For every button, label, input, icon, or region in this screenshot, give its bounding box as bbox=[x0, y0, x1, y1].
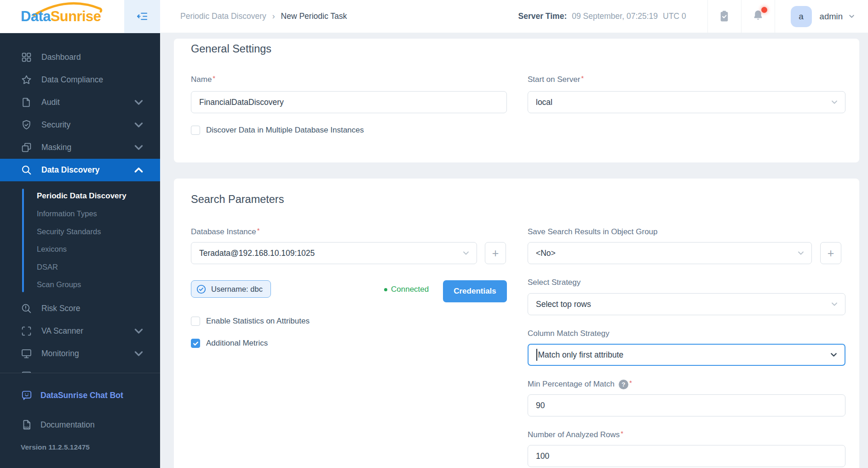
name-label: Name bbox=[191, 75, 215, 85]
discover-multiple-checkbox-row[interactable]: Discover Data in Multiple Database Insta… bbox=[191, 126, 364, 135]
sidebar-item-label: Audit bbox=[41, 98, 133, 107]
chevron-down-icon bbox=[830, 98, 839, 107]
main-content: General Settings Name Discover Data in M… bbox=[160, 33, 868, 468]
discover-multiple-checkbox[interactable] bbox=[191, 126, 200, 135]
sidebar-item-dashboard[interactable]: Dashboard bbox=[0, 46, 160, 69]
check-icon bbox=[193, 341, 199, 347]
general-settings-card: General Settings Name Discover Data in M… bbox=[174, 39, 859, 162]
additional-metrics-label: Additional Metrics bbox=[206, 339, 268, 348]
monitoring-icon bbox=[21, 348, 32, 359]
logo[interactable]: DataSunrise bbox=[0, 0, 124, 33]
server-time-zone: UTC 0 bbox=[663, 12, 686, 21]
required-marker bbox=[581, 74, 584, 82]
documentation-label: Documentation bbox=[40, 420, 95, 430]
chevron-down-icon bbox=[133, 325, 144, 337]
submenu-item-dsar[interactable]: DSAR bbox=[0, 258, 160, 276]
username-chip-label: Username: dbc bbox=[211, 285, 263, 294]
user-name[interactable]: admin bbox=[820, 12, 843, 22]
menu-fold-icon bbox=[136, 10, 149, 23]
analyzed-rows-input[interactable] bbox=[528, 445, 845, 467]
general-settings-title: General Settings bbox=[191, 43, 271, 55]
chevron-down-icon bbox=[848, 13, 855, 20]
sidebar-item-reporting[interactable]: Reporting bbox=[0, 365, 160, 373]
shield-check-icon bbox=[21, 119, 32, 131]
sidebar-item-data-discovery[interactable]: Data Discovery bbox=[0, 159, 160, 181]
select-strategy-select[interactable]: Select top rows bbox=[528, 293, 845, 315]
search-parameters-title: Search Parameters bbox=[191, 193, 284, 206]
masking-icon bbox=[21, 142, 32, 153]
text-caret bbox=[536, 349, 537, 361]
start-on-server-label: Start on Server bbox=[528, 75, 584, 85]
chevron-up-icon bbox=[133, 164, 144, 176]
tasks-button[interactable] bbox=[708, 0, 741, 33]
required-marker bbox=[629, 379, 632, 387]
search-icon bbox=[21, 164, 32, 176]
plus-icon: + bbox=[828, 247, 834, 260]
user-menu-chevron[interactable] bbox=[848, 13, 855, 20]
documentation-link[interactable]: DOC Documentation bbox=[21, 416, 160, 434]
submenu-item-scan-groups[interactable]: Scan Groups bbox=[0, 276, 160, 294]
chevron-down-icon bbox=[461, 248, 471, 258]
credentials-button[interactable]: Credentials bbox=[443, 280, 507, 302]
collapse-sidebar-button[interactable] bbox=[124, 0, 160, 33]
sidebar-item-label: Dashboard bbox=[41, 52, 144, 62]
database-instance-label: Database Instance bbox=[191, 227, 260, 237]
chevron-down-icon bbox=[133, 119, 144, 131]
required-marker bbox=[213, 74, 215, 82]
chevron-down-icon bbox=[796, 248, 805, 258]
min-percentage-label: Min Percentage of Match ? bbox=[528, 379, 632, 389]
additional-metrics-checkbox-row[interactable]: Additional Metrics bbox=[191, 339, 268, 348]
discover-multiple-label: Discover Data in Multiple Database Insta… bbox=[206, 126, 364, 135]
save-results-label: Save Search Results in Object Group bbox=[528, 227, 658, 237]
add-object-group-button[interactable]: + bbox=[820, 242, 841, 264]
avatar[interactable]: a bbox=[791, 6, 812, 27]
sidebar-item-risk-score[interactable]: Risk Score bbox=[0, 297, 160, 320]
notifications-button[interactable] bbox=[742, 0, 775, 33]
sidebar-item-data-compliance[interactable]: Data Compliance bbox=[0, 69, 160, 91]
sidebar-footer: DataSunrise Chat Bot DOC Documentation V… bbox=[0, 373, 160, 468]
notification-badge bbox=[761, 7, 767, 13]
help-icon[interactable]: ? bbox=[619, 380, 628, 389]
username-chip[interactable]: Username: dbc bbox=[191, 280, 271, 298]
status-dot bbox=[384, 288, 387, 291]
sidebar-menu: Dashboard Data Compliance Audit Security… bbox=[0, 33, 160, 373]
version-label: Version 11.2.5.12475 bbox=[21, 443, 160, 451]
header-divider bbox=[775, 0, 775, 33]
start-on-server-select[interactable]: local bbox=[528, 91, 845, 113]
chat-bot-link[interactable]: DataSunrise Chat Bot bbox=[21, 386, 160, 404]
save-results-select[interactable]: <No> bbox=[528, 242, 812, 264]
chevron-down-icon bbox=[830, 300, 839, 309]
sidebar-item-va-scanner[interactable]: VA Scanner bbox=[0, 320, 160, 342]
min-percentage-input[interactable] bbox=[528, 394, 845, 416]
column-match-select[interactable]: Match only first attribute bbox=[528, 344, 845, 366]
dashboard-icon bbox=[21, 52, 32, 63]
header-right: Server Time: 09 September, 07:25:19 UTC … bbox=[518, 0, 868, 33]
submenu-item-lexicons[interactable]: Lexicons bbox=[0, 241, 160, 259]
sidebar-item-masking[interactable]: Masking bbox=[0, 136, 160, 159]
header: DataSunrise Periodic Data Discovery › Ne… bbox=[0, 0, 868, 33]
chevron-down-icon bbox=[829, 350, 839, 360]
add-database-instance-button[interactable]: + bbox=[485, 242, 506, 264]
database-instance-select[interactable]: Teradata@192.168.10.109:1025 bbox=[191, 242, 477, 264]
plus-icon: + bbox=[492, 247, 499, 260]
sidebar-item-monitoring[interactable]: Monitoring bbox=[0, 342, 160, 365]
additional-metrics-checkbox[interactable] bbox=[191, 339, 200, 348]
enable-statistics-checkbox[interactable] bbox=[191, 317, 200, 326]
sidebar-item-security[interactable]: Security bbox=[0, 114, 160, 136]
breadcrumb-parent[interactable]: Periodic Data Discovery bbox=[180, 12, 266, 21]
name-input[interactable] bbox=[191, 91, 507, 113]
server-time-label: Server Time: bbox=[518, 12, 567, 21]
sidebar-item-label: VA Scanner bbox=[41, 326, 133, 336]
enable-statistics-checkbox-row[interactable]: Enable Statistics on Attributes bbox=[191, 317, 310, 326]
breadcrumb-current: New Periodic Task bbox=[281, 12, 347, 21]
va-scanner-icon bbox=[21, 325, 32, 337]
documentation-icon: DOC bbox=[21, 419, 33, 431]
svg-text:DOC: DOC bbox=[24, 426, 30, 429]
sidebar-item-audit[interactable]: Audit bbox=[0, 91, 160, 114]
submenu-item-information-types[interactable]: Information Types bbox=[0, 205, 160, 223]
connection-status: Connected bbox=[384, 285, 429, 294]
sidebar-item-label: Monitoring bbox=[41, 349, 133, 358]
submenu-item-periodic-data-discovery[interactable]: Periodic Data Discovery bbox=[0, 187, 160, 205]
logo-text: DataSunrise bbox=[21, 8, 101, 25]
submenu-item-security-standards[interactable]: Security Standards bbox=[0, 223, 160, 241]
